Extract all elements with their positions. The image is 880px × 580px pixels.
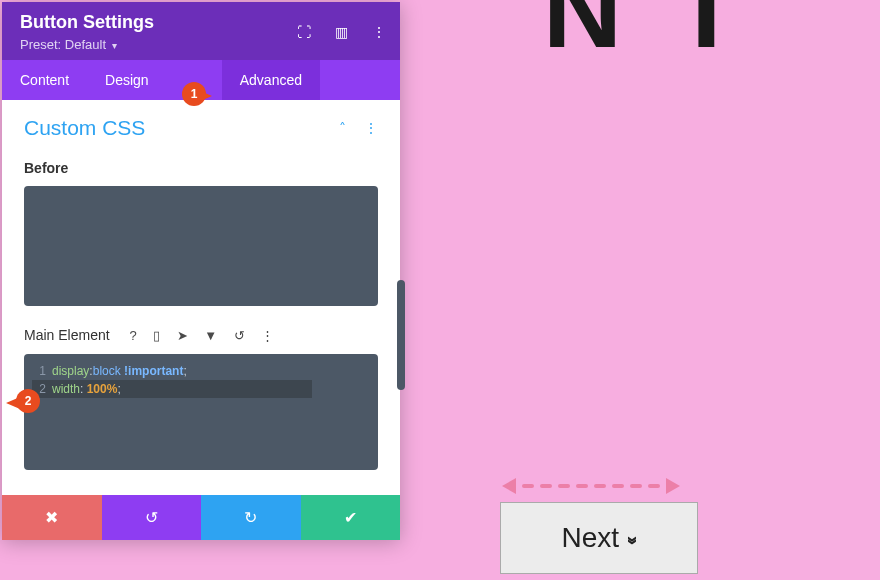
section-title: Custom CSS <box>24 116 325 140</box>
expand-icon[interactable]: ⛶ <box>297 24 311 40</box>
scrollbar[interactable] <box>397 280 405 390</box>
caret-down-icon: ▾ <box>112 40 117 51</box>
callout-1: 1 <box>172 82 212 112</box>
callout-2: 2 <box>6 389 46 419</box>
section-header[interactable]: Custom CSS ˄ ⋮ <box>24 116 378 140</box>
reset-icon[interactable]: ↺ <box>234 328 245 343</box>
redo-button[interactable]: ↻ <box>201 495 301 540</box>
arrow-left-icon <box>502 478 516 494</box>
background-title: N T <box>543 0 750 72</box>
mobile-icon[interactable]: ▯ <box>153 328 160 343</box>
main-element-label: Main Element <box>24 327 110 343</box>
tab-content[interactable]: Content <box>2 60 87 100</box>
before-css-input[interactable] <box>24 186 378 306</box>
field-more-icon[interactable]: ⋮ <box>261 328 274 343</box>
panel-header: Button Settings Preset: Default ▾ ⛶ ▥ ⋮ <box>2 2 400 60</box>
hover-icon[interactable]: ➤ <box>177 328 188 343</box>
collapse-icon[interactable]: ˄ <box>339 120 346 136</box>
section-more-icon[interactable]: ⋮ <box>364 120 378 136</box>
preset-label: Preset: <box>20 37 61 52</box>
arrow-right-icon <box>666 478 680 494</box>
help-icon[interactable]: ? <box>130 328 137 343</box>
panel-body: Custom CSS ˄ ⋮ Before Main Element ? ▯ ➤… <box>2 100 400 495</box>
pin-icon[interactable]: ▼ <box>204 328 217 343</box>
undo-button[interactable]: ↺ <box>102 495 202 540</box>
save-button[interactable]: ✔ <box>301 495 401 540</box>
more-icon[interactable]: ⋮ <box>372 24 386 40</box>
cancel-button[interactable]: ✖ <box>2 495 102 540</box>
next-label: Next <box>562 522 620 554</box>
panel-footer: ✖ ↺ ↻ ✔ <box>2 495 400 540</box>
width-indicator <box>502 478 680 494</box>
columns-icon[interactable]: ▥ <box>335 24 348 40</box>
code-line-1: 1display:block !important; <box>32 362 370 380</box>
code-line-2: 2width: 100%; <box>32 380 312 398</box>
tab-design[interactable]: Design <box>87 60 167 100</box>
tab-advanced[interactable]: Advanced <box>222 60 320 100</box>
next-button[interactable]: Next ›› <box>500 502 698 574</box>
preset-value: Default <box>65 37 106 52</box>
chevron-down-icon: ›› <box>622 535 645 540</box>
before-label: Before <box>24 160 378 176</box>
main-css-input[interactable]: 1display:block !important; 2width: 100%; <box>24 354 378 470</box>
